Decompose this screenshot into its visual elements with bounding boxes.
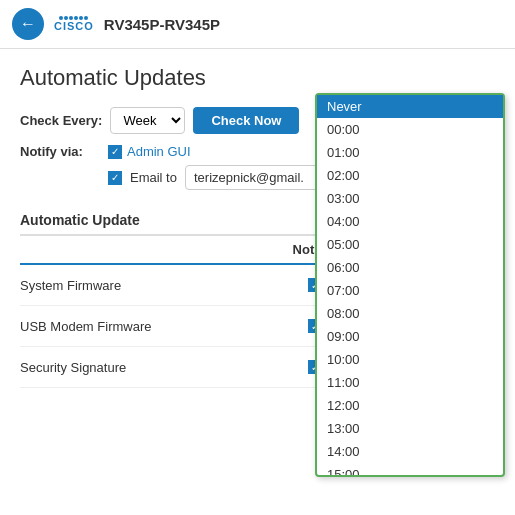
dropdown-scroll-area[interactable]: Never00:0001:0002:0003:0004:0005:0006:00… bbox=[317, 95, 503, 475]
dropdown-item[interactable]: 07:00 bbox=[317, 279, 503, 302]
row-name-system-firmware: System Firmware bbox=[20, 278, 275, 293]
back-button[interactable]: ← bbox=[12, 8, 44, 40]
dropdown-item[interactable]: 10:00 bbox=[317, 348, 503, 371]
dropdown-item[interactable]: 06:00 bbox=[317, 256, 503, 279]
dropdown-item[interactable]: 04:00 bbox=[317, 210, 503, 233]
header: ← CISCO RV345P-RV345P bbox=[0, 0, 515, 49]
dropdown-item[interactable]: 01:00 bbox=[317, 141, 503, 164]
email-checkbox[interactable]: ✓ bbox=[108, 171, 122, 185]
dropdown-item[interactable]: Never bbox=[317, 95, 503, 118]
back-icon: ← bbox=[20, 15, 36, 33]
cisco-logo: CISCO bbox=[54, 16, 94, 32]
admin-gui-checkbox-item: ✓ Admin GUI bbox=[108, 144, 191, 159]
dropdown-item[interactable]: 15:00 bbox=[317, 463, 503, 475]
time-dropdown-overlay: Never00:0001:0002:0003:0004:0005:0006:00… bbox=[315, 93, 505, 477]
dropdown-item[interactable]: 09:00 bbox=[317, 325, 503, 348]
check-every-label: Check Every: bbox=[20, 113, 102, 128]
dropdown-item[interactable]: 12:00 bbox=[317, 394, 503, 417]
cisco-text: CISCO bbox=[54, 21, 94, 32]
main-content: Automatic Updates Check Every: Week Hour… bbox=[0, 49, 515, 404]
device-name: RV345P-RV345P bbox=[104, 16, 220, 33]
row-name-security-signature: Security Signature bbox=[20, 360, 275, 375]
dropdown-item[interactable]: 02:00 bbox=[317, 164, 503, 187]
dropdown-item[interactable]: 03:00 bbox=[317, 187, 503, 210]
email-to-label: Email to bbox=[130, 170, 177, 185]
dropdown-item[interactable]: 05:00 bbox=[317, 233, 503, 256]
row-name-usb-modem: USB Modem Firmware bbox=[20, 319, 275, 334]
check-every-select[interactable]: Week Hour Day Month bbox=[110, 107, 185, 134]
page-title: Automatic Updates bbox=[20, 65, 495, 91]
dropdown-item[interactable]: 13:00 bbox=[317, 417, 503, 440]
dropdown-item[interactable]: 14:00 bbox=[317, 440, 503, 463]
admin-gui-label: Admin GUI bbox=[127, 144, 191, 159]
notify-via-label: Notify via: bbox=[20, 144, 100, 159]
admin-gui-checkbox[interactable]: ✓ bbox=[108, 145, 122, 159]
check-now-button[interactable]: Check Now bbox=[193, 107, 299, 134]
dropdown-item[interactable]: 11:00 bbox=[317, 371, 503, 394]
dropdown-item[interactable]: 08:00 bbox=[317, 302, 503, 325]
dropdown-item[interactable]: 00:00 bbox=[317, 118, 503, 141]
